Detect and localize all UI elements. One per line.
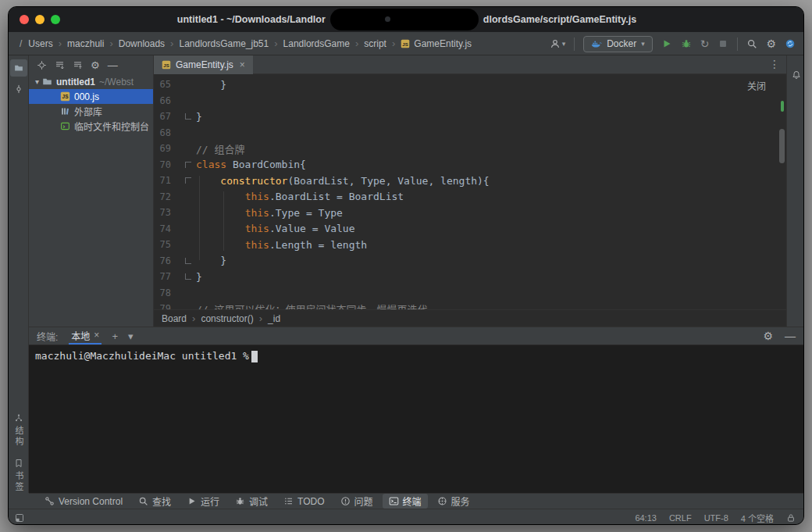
run-configuration-selector[interactable]: Docker ▾ — [583, 36, 653, 52]
terminal-tab[interactable]: 本地 × — [69, 327, 102, 345]
window-title-right: dlordsGame/script/GameEntity.js — [483, 14, 636, 25]
tree-root-item[interactable]: ▾untitled1~/Webst — [29, 74, 153, 89]
tree-item[interactable]: JS000.js — [29, 89, 153, 104]
breadcrumb-item[interactable]: maczhuli — [67, 38, 104, 49]
editor-breadcrumb-item[interactable]: constructor() — [201, 313, 253, 324]
toolwindow-quick-access-icon[interactable] — [15, 513, 24, 523]
toolwindow-button[interactable]: 服务 — [431, 494, 476, 509]
debug-button[interactable] — [681, 38, 692, 49]
settings-gear-icon[interactable]: ⚙ — [766, 38, 776, 49]
js-file-icon: JS — [60, 91, 70, 102]
locate-icon[interactable] — [37, 60, 47, 70]
status-item[interactable]: 64:13 — [635, 513, 657, 523]
code-text: this.Type = Type — [196, 207, 343, 219]
debug-icon — [235, 496, 245, 506]
toolwindow-button-label: 服务 — [451, 495, 470, 508]
search-everywhere-button[interactable] — [746, 38, 757, 49]
commit-toolwindow-button[interactable] — [10, 80, 27, 98]
code-line: 78 — [154, 285, 786, 302]
user-menu-button[interactable]: ▾ — [550, 38, 566, 49]
code-line: 67} — [154, 109, 786, 125]
indent-guide — [199, 176, 200, 260]
titlebar[interactable]: untitled1 - ~/Downloads/Landlor dlordsGa… — [9, 7, 804, 32]
fold-marker-icon[interactable] — [185, 162, 191, 168]
ide-sync-button[interactable] — [785, 38, 796, 49]
breadcrumb-item[interactable]: LandlordsGame — [283, 38, 350, 49]
lock-icon[interactable] — [786, 513, 796, 523]
line-number: 65 — [154, 79, 171, 90]
code-line: 74 this.Value = Value — [154, 221, 786, 237]
fullscreen-window-button[interactable] — [51, 15, 60, 24]
collapse-all-icon[interactable] — [73, 60, 83, 70]
breadcrumb-root[interactable]: / — [20, 38, 22, 49]
project-toolbar: ⚙— — [29, 55, 153, 74]
expand-all-icon[interactable] — [55, 60, 65, 70]
minimize-window-button[interactable] — [35, 15, 45, 24]
settings-gear-icon[interactable]: ⚙ — [91, 59, 100, 71]
fold-marker-icon[interactable] — [185, 258, 191, 264]
code-text: } — [196, 79, 226, 91]
breadcrumb-item[interactable]: LandlordsGame_jb51 — [179, 38, 269, 49]
notifications-button[interactable] — [788, 66, 805, 84]
toolwindow-button-label: 问题 — [354, 495, 373, 508]
rerun-coverage-button[interactable]: ↻ — [700, 38, 710, 49]
toolwindow-button[interactable]: 调试 — [229, 494, 274, 509]
project-root-path: ~/Webst — [99, 77, 134, 87]
terminal-cursor — [251, 351, 258, 362]
breadcrumb-item[interactable]: script — [364, 38, 386, 49]
inspection-status-mark — [781, 101, 784, 112]
chevron-right-icon: › — [170, 37, 173, 49]
editor-scrollbar[interactable] — [779, 129, 785, 163]
line-number: 70 — [154, 159, 171, 170]
close-tab-icon[interactable]: × — [240, 59, 245, 70]
strip-label: 结构 — [12, 426, 25, 448]
editor-tab[interactable]: JS GameEntity.js × — [154, 55, 253, 74]
status-item[interactable]: CRLF — [669, 513, 692, 523]
tree-item[interactable]: 外部库 — [29, 104, 153, 119]
breadcrumb-item[interactable]: Downloads — [119, 38, 165, 49]
fold-marker-icon[interactable] — [185, 177, 191, 184]
status-item[interactable]: UTF-8 — [704, 513, 728, 523]
structure-toolwindow-button[interactable]: 结构 — [9, 413, 29, 448]
terminal-dropdown-icon[interactable]: ▾ — [128, 330, 134, 342]
project-toolwindow-button[interactable] — [10, 59, 27, 77]
code-line: 72 this.BoardList = BoardList — [154, 189, 786, 205]
toolwindow-button[interactable]: 问题 — [334, 494, 379, 509]
find-icon — [138, 496, 148, 506]
close-banner-link[interactable]: 关闭 — [747, 79, 766, 92]
tree-item[interactable]: 临时文件和控制台 — [29, 119, 153, 134]
new-terminal-button[interactable]: + — [112, 330, 118, 342]
bookmarks-toolwindow-button[interactable]: 书签 — [9, 459, 29, 493]
editor-breadcrumb-item[interactable]: Board — [162, 313, 187, 324]
breadcrumb-item[interactable]: Users — [28, 38, 52, 49]
editor-breadcrumb-item[interactable]: _id — [268, 313, 280, 324]
terminal-settings-gear-icon[interactable]: ⚙ — [763, 330, 773, 341]
fold-marker-icon[interactable] — [185, 273, 191, 280]
toolwindow-button[interactable]: TODO — [277, 495, 330, 508]
toolwindow-button[interactable]: Version Control — [38, 495, 129, 508]
svg-text:JS: JS — [62, 94, 69, 99]
toolwindow-button[interactable]: 终端 — [383, 494, 428, 509]
fold-marker-icon[interactable] — [185, 113, 191, 120]
tab-options-icon[interactable]: ⋮ — [769, 58, 780, 70]
close-terminal-tab-icon[interactable]: × — [94, 330, 99, 341]
code-line: 68 — [154, 125, 786, 141]
terminal-output[interactable]: maczhuli@MaczhulideiMac untitled1 % — [29, 345, 804, 493]
breadcrumb-file[interactable]: GameEntity.js — [414, 38, 472, 49]
toolwindow-button[interactable]: 运行 — [180, 494, 226, 509]
run-button[interactable] — [661, 38, 672, 49]
code-editor[interactable]: 65 }6667}6869// 组合牌70class BoardCombin{7… — [154, 74, 786, 309]
toolwindow-button[interactable]: 查找 — [132, 494, 177, 509]
minimize-panel-icon[interactable]: — — [785, 330, 796, 341]
bottom-toolwindow-bar: Version Control查找运行调试TODO问题终端服务 — [29, 493, 804, 509]
status-item[interactable]: 4 个空格 — [741, 512, 774, 524]
editor-tab-bar: JS GameEntity.js × ⋮ — [154, 55, 786, 74]
terminal-header: 终端: 本地 × + ▾ ⚙ — — [29, 327, 804, 345]
chevron-right-icon: › — [59, 37, 62, 49]
camera-icon — [385, 16, 390, 22]
chevron-down-icon[interactable]: ▾ — [35, 77, 39, 86]
stop-button[interactable] — [718, 38, 728, 49]
close-window-button[interactable] — [20, 15, 29, 24]
minimize-icon[interactable]: — — [108, 59, 118, 71]
toolwindow-button-label: 终端 — [403, 495, 422, 508]
